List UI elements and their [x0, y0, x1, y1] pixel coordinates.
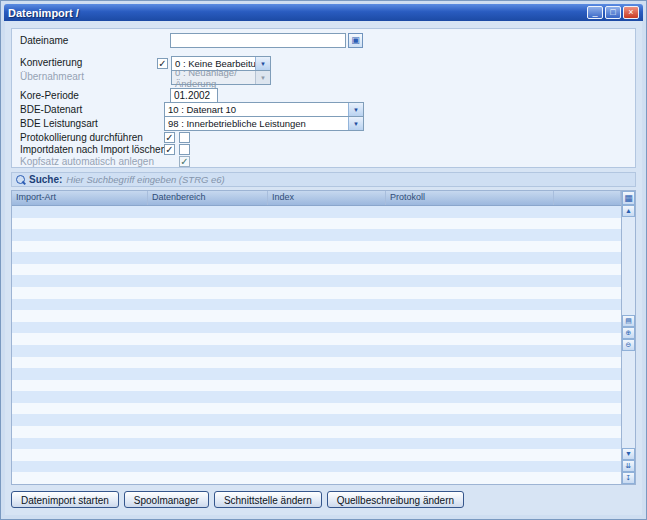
table-row[interactable]	[12, 322, 621, 334]
table-row[interactable]	[12, 275, 621, 287]
table-row[interactable]	[12, 241, 621, 253]
bde-leistungsart-select[interactable]: 98 : Innerbetriebliche Leistungen ▼	[164, 116, 364, 131]
dateiname-label: Dateiname	[20, 35, 68, 46]
zoom-out-icon[interactable]: ⊖	[622, 339, 635, 351]
table-row[interactable]	[12, 391, 621, 403]
table-row[interactable]	[12, 438, 621, 450]
table-row[interactable]	[12, 333, 621, 345]
table-row[interactable]	[12, 310, 621, 322]
kopfsatz-label: Kopfsatz automatisch anlegen	[20, 156, 154, 167]
bde-leistungsart-value: 98 : Innerbetriebliche Leistungen	[168, 118, 306, 129]
column-header-import-art[interactable]: Import-Art	[12, 191, 148, 205]
scrollbar-track-lower[interactable]	[622, 351, 635, 449]
kopfsatz-checkbox: ✓	[179, 156, 190, 167]
uebernahmeart-label: Übernahmeart	[20, 71, 84, 82]
konvertierung-checkbox[interactable]: ✓	[157, 58, 168, 69]
table-row[interactable]	[12, 426, 621, 438]
table-body	[12, 206, 621, 484]
bde-datenart-value: 10 : Datenart 10	[168, 104, 236, 115]
konvertierung-label: Konvertierung	[20, 57, 82, 68]
table-row[interactable]	[12, 264, 621, 276]
importdaten-label: Importdaten nach Import löschen	[20, 144, 166, 155]
table-row[interactable]	[12, 218, 621, 230]
column-header-index[interactable]: Index	[268, 191, 386, 205]
search-bar[interactable]: Suche: Hier Suchbegriff eingeben (STRG e…	[11, 172, 636, 187]
search-placeholder[interactable]: Hier Suchbegriff eingeben (STRG e6)	[66, 174, 224, 185]
scroll-down-icon[interactable]: ▼	[622, 448, 635, 460]
grid-options-icon[interactable]: ▦	[622, 191, 635, 205]
scrollbar-track-upper[interactable]	[622, 217, 635, 315]
protokollierung-checkbox[interactable]: ✓	[164, 132, 175, 143]
browse-icon[interactable]: ▣	[348, 33, 363, 48]
titlebar[interactable]: Datenimport / _ □ ×	[4, 4, 643, 21]
table-row[interactable]	[12, 380, 621, 392]
maximize-icon[interactable]: □	[605, 6, 621, 19]
importdaten-extra-checkbox[interactable]	[179, 144, 190, 155]
window-controls: _ □ ×	[587, 6, 639, 19]
kore-periode-input[interactable]	[170, 88, 218, 103]
dateiname-input[interactable]	[170, 33, 346, 48]
vertical-scrollbar[interactable]: ▦ ▲ ▤ ⊕ ⊖ ▼ ⇊ ↧	[621, 191, 635, 484]
close-icon[interactable]: ×	[623, 6, 639, 19]
window-title: Datenimport /	[8, 7, 79, 19]
grid-header: Import-Art Datenbereich Index Protokoll	[12, 191, 621, 206]
bde-datenart-select[interactable]: 10 : Datenart 10 ▼	[164, 102, 364, 117]
minimize-icon[interactable]: _	[587, 6, 603, 19]
table-row[interactable]	[12, 449, 621, 461]
table-row[interactable]	[12, 299, 621, 311]
search-icon	[16, 175, 25, 184]
table-row[interactable]	[12, 357, 621, 369]
spoolmanager-button[interactable]: Spoolmanager	[124, 491, 209, 508]
protokollierung-label: Protokollierung durchführen	[20, 132, 143, 143]
app-window: Datenimport / _ □ × Dateiname ▣ Konverti…	[0, 0, 647, 520]
datenimport-starten-button[interactable]: Datenimport starten	[11, 491, 119, 508]
chevron-down-icon[interactable]: ▼	[348, 103, 363, 116]
schnittstelle-aendern-button[interactable]: Schnittstelle ändern	[214, 491, 322, 508]
page-down-icon[interactable]: ⇊	[622, 460, 635, 472]
table-row[interactable]	[12, 287, 621, 299]
grid-main: Import-Art Datenbereich Index Protokoll	[12, 191, 621, 484]
protokollierung-extra-checkbox[interactable]	[179, 132, 190, 143]
chevron-down-icon[interactable]: ▼	[348, 117, 363, 130]
scroll-up-icon[interactable]: ▲	[622, 205, 635, 217]
quellbeschreibung-aendern-button[interactable]: Quellbeschreibung ändern	[327, 491, 464, 508]
zoom-in-icon[interactable]: ⊕	[622, 327, 635, 339]
table-row[interactable]	[12, 403, 621, 415]
table-row[interactable]	[12, 461, 621, 473]
search-label: Suche:	[29, 174, 62, 185]
column-header-filler	[554, 191, 621, 205]
table-row[interactable]	[12, 345, 621, 357]
go-last-icon[interactable]: ↧	[622, 472, 635, 484]
importdaten-checkbox[interactable]: ✓	[164, 144, 175, 155]
kore-periode-label: Kore-Periode	[20, 90, 79, 101]
column-header-protokoll[interactable]: Protokoll	[386, 191, 554, 205]
bde-leistungsart-label: BDE Leistungsart	[20, 118, 98, 129]
uebernahmeart-select: 0 : Neuanlage/Änderung ▼	[171, 70, 271, 85]
table-row[interactable]	[12, 229, 621, 241]
table-row[interactable]	[12, 252, 621, 264]
table-row[interactable]	[12, 368, 621, 380]
content-area: Dateiname ▣ Konvertierung ✓ 0 : Keine Be…	[5, 21, 642, 515]
table-row[interactable]	[12, 472, 621, 484]
bde-datenart-label: BDE-Datenart	[20, 104, 82, 115]
view-icon[interactable]: ▤	[622, 315, 635, 327]
import-form-panel: Dateiname ▣ Konvertierung ✓ 0 : Keine Be…	[11, 28, 636, 168]
result-grid: Import-Art Datenbereich Index Protokoll …	[11, 190, 636, 485]
action-button-row: Datenimport starten Spoolmanager Schnitt…	[11, 491, 464, 508]
table-row[interactable]	[12, 206, 621, 218]
table-row[interactable]	[12, 414, 621, 426]
chevron-down-icon: ▼	[255, 71, 270, 84]
column-header-datenbereich[interactable]: Datenbereich	[148, 191, 268, 205]
